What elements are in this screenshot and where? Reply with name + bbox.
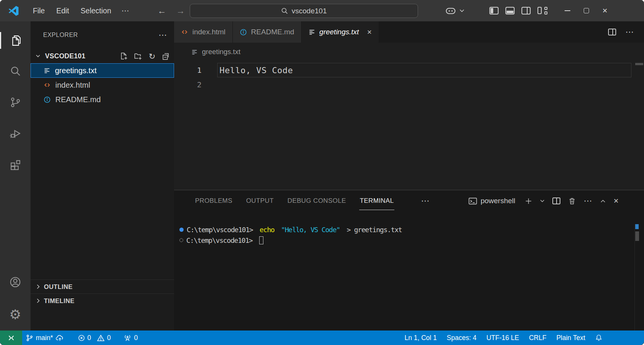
extensions-view-icon[interactable]: [6, 155, 24, 173]
customize-layout-icon[interactable]: [537, 6, 547, 15]
tab-greetings-txt[interactable]: greetings.txt ✕: [302, 21, 379, 43]
panel-more-tabs-icon[interactable]: ⋯: [421, 196, 430, 206]
vscode-logo-icon: [8, 6, 19, 16]
explorer-more-actions-icon[interactable]: ⋯: [158, 30, 167, 40]
problems-status-item[interactable]: 0 0: [74, 331, 115, 345]
tab-index-html[interactable]: index.html: [174, 21, 233, 43]
outline-pane-header[interactable]: OUTLINE: [31, 279, 174, 294]
chevron-down-icon[interactable]: [540, 199, 544, 202]
toggle-secondary-sidebar-icon[interactable]: [521, 7, 531, 14]
active-view-indicator: [0, 32, 1, 49]
code-line: 2: [174, 77, 644, 92]
pane-label: OUTLINE: [44, 283, 73, 290]
ports-status-item[interactable]: 0: [120, 331, 142, 345]
panel-tab-debug-console[interactable]: DEBUG CONSOLE: [287, 196, 347, 206]
settings-gear-icon[interactable]: ⚙: [6, 305, 24, 324]
html-file-icon: [181, 29, 188, 35]
account-icon[interactable]: [6, 273, 24, 291]
split-terminal-icon[interactable]: [552, 197, 560, 204]
file-row-index-html[interactable]: index.html: [31, 78, 174, 92]
bottom-panel: PROBLEMS OUTPUT DEBUG CONSOLE TERMINAL ⋯…: [174, 190, 644, 331]
pane-label: TIMELINE: [44, 297, 74, 305]
tab-readme-md[interactable]: README.md: [233, 21, 302, 43]
notifications-bell-item[interactable]: [590, 331, 607, 345]
terminal-scrollbar-thumb[interactable]: [635, 231, 639, 241]
indentation-item[interactable]: Spaces: 4: [442, 331, 481, 345]
terminal-string-text: "Hello, VS Code": [281, 226, 340, 234]
back-arrow-icon[interactable]: ←: [157, 6, 166, 16]
maximize-button[interactable]: [577, 0, 596, 21]
html-file-icon: [44, 82, 51, 88]
breadcrumb-file: greetings.txt: [202, 48, 240, 56]
editor-scrollbar-thumb[interactable]: [635, 63, 643, 65]
editor-more-actions-icon[interactable]: ⋯: [625, 27, 634, 37]
command-center-search[interactable]: vscode101: [190, 4, 418, 18]
editor-code-area[interactable]: 1 Hello, VS Code 2: [174, 61, 644, 190]
terminal-text: C:\temp\vscode101>: [186, 236, 256, 244]
panel-tab-output[interactable]: OUTPUT: [246, 196, 274, 206]
terminal-more-actions-icon[interactable]: ⋯: [584, 196, 592, 206]
warnings-icon: [97, 334, 105, 342]
command-pending-decoration[interactable]: [179, 238, 183, 242]
chevron-right-icon: [37, 298, 40, 303]
errors-count: 0: [87, 334, 91, 342]
code-line: 1 Hello, VS Code: [174, 63, 644, 77]
timeline-pane-header[interactable]: TIMELINE: [31, 294, 174, 308]
encoding-item[interactable]: UTF-16 LE: [481, 331, 524, 345]
search-icon: [281, 7, 288, 14]
terminal-cursor: [259, 236, 263, 244]
split-editor-icon[interactable]: [608, 29, 616, 35]
new-file-icon[interactable]: [120, 52, 128, 60]
file-name: greetings.txt: [55, 66, 97, 75]
minimize-button[interactable]: [558, 0, 577, 21]
refresh-icon[interactable]: ↻: [148, 52, 155, 60]
remote-icon: [7, 334, 15, 342]
run-debug-view-icon[interactable]: [6, 124, 24, 142]
terminal-shell-selector[interactable]: powershell: [468, 197, 515, 205]
new-terminal-icon[interactable]: [525, 197, 532, 205]
close-button[interactable]: ✕: [596, 0, 614, 21]
terminal-scrollbar-command-mark: [635, 224, 639, 229]
branch-status-item[interactable]: main*: [22, 331, 68, 345]
file-row-readme-md[interactable]: README.md: [31, 92, 174, 107]
line-number: 2: [174, 80, 202, 89]
breadcrumb[interactable]: greetings.txt: [174, 43, 644, 61]
command-success-decoration[interactable]: [179, 228, 184, 232]
title-bar: File Edit Selection ⋯ ← → vscode101: [0, 0, 644, 21]
remote-indicator[interactable]: [0, 331, 22, 345]
search-view-icon[interactable]: [6, 62, 24, 80]
menu-file[interactable]: File: [27, 4, 50, 18]
terminal-line: C:\temp\vscode101> echo "Hello, VS Code"…: [179, 224, 644, 235]
cursor-position-item[interactable]: Ln 1, Col 1: [400, 331, 442, 345]
toggle-sidebar-icon[interactable]: [489, 7, 499, 14]
collapse-folders-icon[interactable]: [162, 52, 169, 60]
toggle-panel-icon[interactable]: [505, 7, 515, 14]
language-mode-item[interactable]: Plain Text: [551, 331, 590, 345]
file-row-greetings-txt[interactable]: greetings.txt: [31, 63, 174, 78]
menu-edit[interactable]: Edit: [50, 4, 75, 18]
radio-tower-icon: [124, 334, 131, 342]
new-folder-icon[interactable]: [134, 52, 142, 60]
maximize-icon: [584, 8, 589, 13]
panel-tab-problems[interactable]: PROBLEMS: [195, 196, 233, 206]
text-file-icon: [191, 49, 198, 55]
tab-close-icon[interactable]: ✕: [367, 29, 372, 36]
copilot-menu[interactable]: [445, 7, 464, 15]
close-panel-icon[interactable]: ✕: [613, 197, 619, 205]
chevron-down-icon: [36, 55, 40, 58]
forward-arrow-icon[interactable]: →: [176, 6, 185, 16]
file-name: index.html: [55, 81, 90, 90]
kill-terminal-trash-icon[interactable]: [568, 197, 576, 205]
shell-label: powershell: [481, 197, 515, 205]
eol-item[interactable]: CRLF: [524, 331, 552, 345]
workspace-root-row[interactable]: VSCODE101 ↻: [31, 49, 174, 63]
chevron-right-icon: [37, 284, 40, 289]
panel-tab-terminal[interactable]: TERMINAL: [359, 196, 394, 206]
maximize-panel-chevron-up-icon[interactable]: [600, 199, 605, 203]
terminal-content[interactable]: C:\temp\vscode101> echo "Hello, VS Code"…: [174, 212, 644, 246]
menu-selection[interactable]: Selection: [75, 4, 117, 18]
explorer-view-icon[interactable]: [6, 31, 24, 50]
menu-overflow-icon[interactable]: ⋯: [117, 3, 134, 18]
workspace-root-label: VSCODE101: [45, 52, 86, 60]
source-control-view-icon[interactable]: [6, 93, 24, 111]
